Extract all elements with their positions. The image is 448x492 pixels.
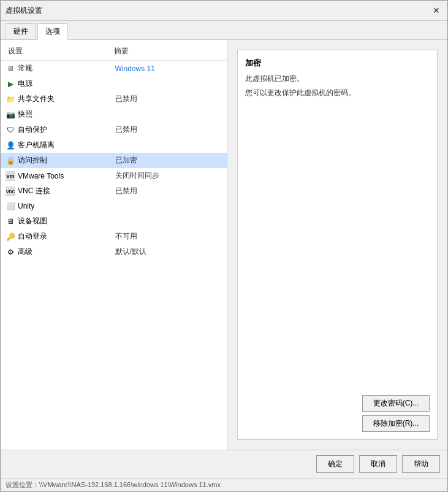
status-bar: 设置位置：\\VMware\\NAS-192.168.1.166\windows… [1, 478, 447, 491]
device-view-icon: 🖥 [6, 217, 15, 226]
row-vnc-label: VNC 连接 [18, 186, 50, 196]
row-vnc-value: 已禁用 [115, 186, 225, 196]
row-device-label: 设备视图 [18, 216, 47, 226]
cancel-button[interactable]: 取消 [359, 455, 397, 473]
computer-icon: 🖥 [6, 64, 15, 74]
row-advanced-label: 高级 [18, 247, 32, 257]
row-vmware-tools[interactable]: vm VMware Tools 关闭时间同步 [1, 168, 227, 183]
col-summary: 摘要 [114, 46, 220, 56]
row-access-control[interactable]: 🔒 访问控制 已加密 [1, 153, 227, 168]
row-access-value: 已加密 [115, 155, 225, 166]
vmware-tools-icon: vm [6, 171, 15, 181]
row-general[interactable]: 🖥 常规 Windows 11 [1, 61, 227, 76]
encryption-desc1: 此虚拟机已加密。 [245, 74, 430, 84]
row-autoprotect[interactable]: 🛡 自动保护 已禁用 [1, 122, 227, 137]
row-device-view[interactable]: 🖥 设备视图 [1, 213, 227, 229]
unity-icon: ⬜ [6, 201, 15, 211]
encryption-box: 加密 此虚拟机已加密。 您可以更改保护此虚拟机的密码。 更改密码(C)... 移… [237, 50, 438, 440]
row-guest-isolation[interactable]: 👤 客户机隔离 [1, 137, 227, 153]
row-shared-folders[interactable]: 📁 共享文件夹 已禁用 [1, 91, 227, 107]
close-button[interactable]: ✕ [430, 4, 442, 17]
change-password-button[interactable]: 更改密码(C)... [362, 395, 430, 412]
row-auto-login[interactable]: 🔑 自动登录 不可用 [1, 229, 227, 244]
power-icon: ▶ [6, 79, 15, 89]
row-snapshot[interactable]: 📷 快照 [1, 107, 227, 122]
content-area: 设置 摘要 🖥 常规 Windows 11 ▶ 电源 [1, 40, 447, 450]
row-vmtools-label: VMware Tools [18, 172, 64, 180]
row-advanced-value: 默认/默认 [115, 247, 225, 257]
row-isolation-label: 客户机隔离 [18, 140, 55, 150]
encryption-title: 加密 [245, 58, 430, 69]
row-autologin-value: 不可用 [115, 231, 225, 242]
row-vnc[interactable]: vnc VNC 连接 已禁用 [1, 183, 227, 199]
vnc-icon: vnc [6, 186, 15, 196]
row-autoprotect-value: 已禁用 [115, 125, 225, 135]
row-advanced[interactable]: ⚙ 高级 默认/默认 [1, 244, 227, 259]
settings-header: 设置 摘要 [1, 42, 227, 61]
row-access-label: 访问控制 [18, 155, 47, 166]
bottom-bar: 确定 取消 帮助 [1, 450, 447, 478]
left-panel: 设置 摘要 🖥 常规 Windows 11 ▶ 电源 [1, 40, 227, 450]
tab-hardware[interactable]: 硬件 [6, 23, 36, 39]
remove-encryption-button[interactable]: 移除加密(R)... [362, 415, 430, 432]
main-window: 虚拟机设置 ✕ 硬件 选项 设置 摘要 🖥 常规 Windows 11 [0, 0, 448, 492]
row-general-value: Windows 11 [115, 64, 225, 73]
row-autoprotect-label: 自动保护 [18, 125, 47, 135]
autoprotect-icon: 🛡 [6, 125, 15, 135]
help-button[interactable]: 帮助 [402, 455, 440, 473]
title-bar: 虚拟机设置 ✕ [1, 1, 447, 21]
row-autologin-label: 自动登录 [18, 231, 47, 242]
encryption-buttons: 更改密码(C)... 移除加密(R)... [245, 395, 430, 432]
window-title: 虚拟机设置 [6, 6, 42, 16]
row-unity-label: Unity [18, 202, 34, 210]
lock-icon: 🔒 [6, 156, 15, 166]
row-shared-value: 已禁用 [115, 94, 225, 104]
folder-icon: 📁 [6, 94, 15, 104]
isolation-icon: 👤 [6, 140, 15, 150]
row-power-label: 电源 [18, 79, 32, 89]
autologin-icon: 🔑 [6, 232, 15, 242]
row-vmtools-value: 关闭时间同步 [115, 171, 225, 181]
advanced-icon: ⚙ [6, 247, 15, 257]
snapshot-icon: 📷 [6, 110, 15, 120]
tab-bar: 硬件 选项 [1, 21, 447, 40]
tab-options[interactable]: 选项 [37, 23, 68, 40]
row-snapshot-label: 快照 [18, 109, 32, 120]
right-panel: 加密 此虚拟机已加密。 您可以更改保护此虚拟机的密码。 更改密码(C)... 移… [227, 40, 447, 450]
row-general-label: 常规 [18, 63, 32, 74]
ok-button[interactable]: 确定 [316, 455, 354, 473]
row-power[interactable]: ▶ 电源 [1, 76, 227, 91]
encryption-desc2: 您可以更改保护此虚拟机的密码。 [245, 88, 430, 98]
row-shared-label: 共享文件夹 [18, 94, 55, 104]
col-setting: 设置 [8, 46, 114, 56]
row-unity[interactable]: ⬜ Unity [1, 199, 227, 213]
